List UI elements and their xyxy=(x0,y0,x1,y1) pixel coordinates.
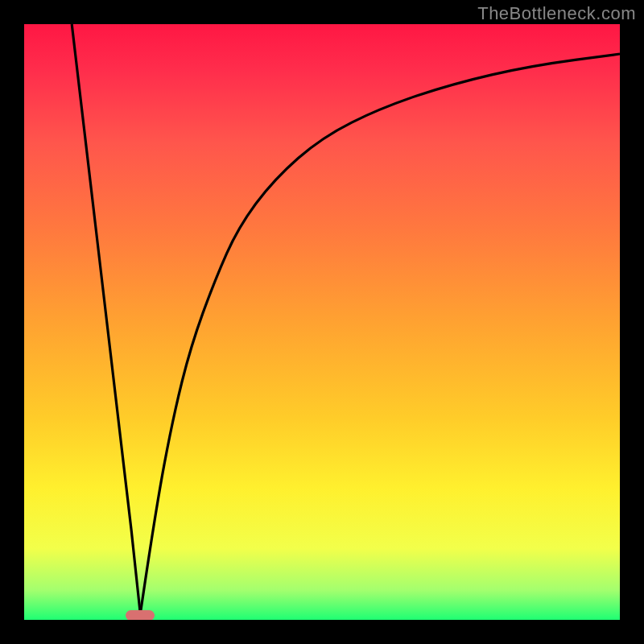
curve-right-branch xyxy=(140,54,620,614)
watermark-text: TheBottleneck.com xyxy=(477,3,636,24)
chart-frame: TheBottleneck.com xyxy=(0,0,644,644)
curve-left-branch xyxy=(72,24,140,614)
bottleneck-curve xyxy=(24,24,620,620)
optimal-point-marker xyxy=(126,610,155,620)
plot-area xyxy=(24,24,620,620)
